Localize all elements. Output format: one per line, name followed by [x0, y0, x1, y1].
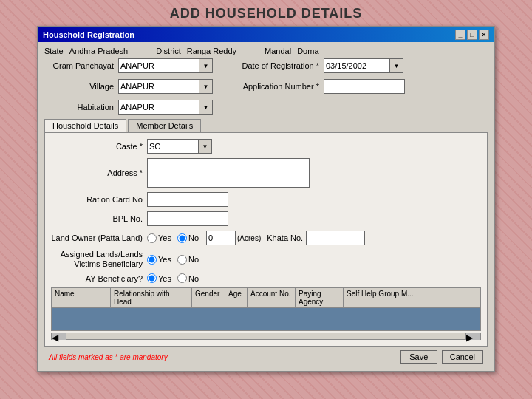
app-number-input[interactable] — [324, 79, 405, 94]
footer-buttons: Save Cancel — [400, 350, 483, 364]
caste-label: Caste * — [51, 142, 147, 151]
acres-input[interactable] — [206, 231, 236, 245]
date-reg-dropdown[interactable]: ▼ — [324, 58, 403, 73]
title-bar-buttons: _ □ × — [455, 30, 489, 40]
col-shg: Self Help Group M... — [344, 288, 480, 307]
ay-yes-item: Yes — [147, 273, 171, 283]
land-owner-label: Land Owner (Patta Land) — [51, 233, 147, 242]
habitation-arrow[interactable]: ▼ — [200, 100, 213, 115]
khata-no-label: Khata No. — [267, 233, 303, 242]
state-label: State — [44, 47, 64, 55]
assigned-yes-item: Yes — [147, 255, 171, 265]
khata-no-input[interactable] — [306, 231, 365, 245]
district-label: District — [156, 47, 181, 55]
caste-row: Caste * ▼ — [51, 139, 481, 154]
col-relationship: Relationship with Head — [111, 288, 192, 307]
assigned-no-item: No — [177, 255, 199, 265]
mandatory-note: All fields marked as * are mandatory — [49, 353, 168, 361]
col-paying-agency: Paying Agency — [296, 288, 344, 307]
mandal-label: Mandal — [265, 47, 291, 55]
ay-yes-radio[interactable] — [147, 273, 157, 283]
table-header: Name Relationship with Head Gender Age A… — [52, 288, 480, 308]
bpl-row: BPL No. — [51, 211, 481, 226]
assigned-lands-label: Assigned Lands/Lands Victims Beneficiary — [51, 250, 147, 269]
assigned-lands-radio-group: Yes No — [147, 255, 199, 265]
app-number-row: Application Number * — [228, 79, 405, 94]
land-owner-radio-group: Yes No — [147, 233, 199, 243]
close-button[interactable]: × — [479, 30, 489, 40]
village-label: Village — [44, 82, 118, 91]
window-title: Household Registration — [43, 30, 134, 39]
assigned-no-radio[interactable] — [177, 255, 187, 265]
gram-panchayat-arrow[interactable]: ▼ — [200, 58, 213, 73]
assigned-no-label: No — [188, 255, 199, 264]
village-dropdown[interactable]: ▼ — [118, 79, 213, 94]
land-owner-yes-radio[interactable] — [147, 233, 157, 243]
horizontal-scrollbar[interactable]: ◀ ▶ — [51, 332, 481, 340]
tab-content: Caste * ▼ Address * Ration Card No BPL N… — [44, 132, 488, 347]
gram-panchayat-label: Gram Panchayat — [44, 61, 118, 70]
tab-member-details[interactable]: Member Details — [128, 119, 201, 132]
info-row: State Andhra Pradesh District Ranga Redd… — [44, 47, 488, 55]
assigned-lands-row: Assigned Lands/Lands Victims Beneficiary… — [51, 250, 481, 269]
state-value: Andhra Pradesh — [69, 47, 129, 55]
land-owner-yes-item: Yes — [147, 233, 171, 243]
caste-input[interactable] — [147, 139, 199, 154]
address-row: Address * — [51, 158, 481, 188]
scroll-left-btn[interactable]: ◀ — [52, 332, 66, 340]
col-gender: Gender — [192, 288, 225, 307]
date-reg-label: Date of Registration * — [228, 61, 324, 70]
ay-beneficiary-radio-group: Yes No — [147, 273, 199, 283]
acres-label: (Acres) — [237, 234, 261, 242]
habitation-input[interactable] — [118, 100, 200, 115]
mandal-value: Doma — [297, 47, 318, 55]
gram-panchayat-row: Gram Panchayat ▼ — [44, 58, 213, 73]
habitation-row: Habitation ▼ — [44, 100, 488, 115]
ay-beneficiary-row: AY Beneficiary? Yes No — [51, 273, 481, 283]
footer: All fields marked as * are mandatory Sav… — [44, 347, 488, 366]
date-reg-row: Date of Registration * ▼ — [228, 58, 403, 73]
gram-panchayat-dropdown[interactable]: ▼ — [118, 58, 213, 73]
land-owner-row: Land Owner (Patta Land) Yes No (Acres) K… — [51, 231, 481, 245]
ay-yes-label: Yes — [158, 274, 171, 283]
title-bar: Household Registration _ □ × — [38, 27, 494, 42]
gram-panchayat-input[interactable] — [118, 58, 200, 73]
window-body: State Andhra Pradesh District Ranga Redd… — [38, 42, 494, 371]
save-button[interactable]: Save — [400, 350, 437, 364]
village-row: Village ▼ — [44, 79, 213, 94]
col-name: Name — [52, 288, 111, 307]
habitation-dropdown[interactable]: ▼ — [118, 100, 213, 115]
village-input[interactable] — [118, 79, 200, 94]
assigned-yes-label: Yes — [158, 255, 171, 264]
member-table: Name Relationship with Head Gender Age A… — [51, 287, 481, 331]
land-owner-no-item: No — [177, 233, 199, 243]
window: Household Registration _ □ × State Andhr… — [37, 26, 495, 372]
land-owner-no-radio[interactable] — [177, 233, 187, 243]
date-reg-input[interactable] — [324, 58, 390, 73]
land-owner-yes-label: Yes — [158, 233, 171, 242]
assigned-yes-radio[interactable] — [147, 255, 157, 265]
table-body — [52, 308, 480, 330]
tab-household-details[interactable]: Household Details — [44, 119, 126, 132]
ration-card-row: Ration Card No — [51, 192, 481, 207]
address-input[interactable] — [147, 158, 310, 188]
cancel-button[interactable]: Cancel — [442, 350, 483, 364]
caste-arrow[interactable]: ▼ — [199, 139, 212, 154]
app-number-label: Application Number * — [228, 82, 324, 91]
minimize-button[interactable]: _ — [455, 30, 466, 40]
bpl-input[interactable] — [147, 211, 228, 226]
col-age: Age — [225, 288, 248, 307]
maximize-button[interactable]: □ — [467, 30, 477, 40]
caste-dropdown[interactable]: ▼ — [147, 139, 212, 154]
ay-no-radio[interactable] — [177, 273, 187, 283]
bpl-label: BPL No. — [51, 214, 147, 223]
ration-card-input[interactable] — [147, 192, 228, 207]
village-arrow[interactable]: ▼ — [200, 79, 213, 94]
habitation-label: Habitation — [44, 103, 118, 112]
ay-beneficiary-label: AY Beneficiary? — [51, 274, 147, 283]
ay-no-label: No — [188, 274, 199, 283]
tabs: Household Details Member Details — [44, 119, 488, 132]
date-reg-arrow[interactable]: ▼ — [390, 58, 403, 73]
land-owner-no-label: No — [188, 233, 199, 242]
scroll-right-btn[interactable]: ▶ — [466, 332, 480, 340]
